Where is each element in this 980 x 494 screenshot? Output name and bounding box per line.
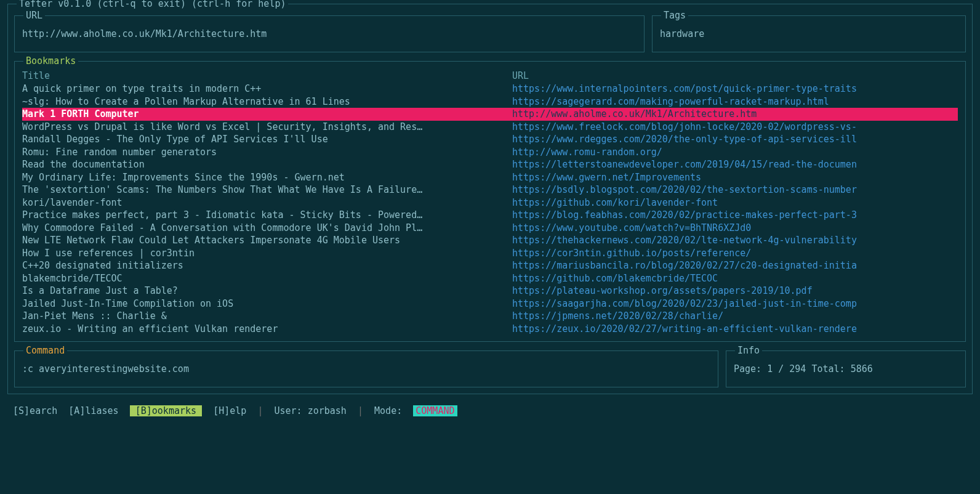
bookmark-row[interactable]: Read the documentationhttps://letterstoa… [22, 158, 958, 171]
bookmark-row[interactable]: blakemcbride/TECOChttps://github.com/bla… [22, 272, 958, 285]
bookmark-row[interactable]: The 'sextortion' Scams: The Numbers Show… [22, 184, 958, 196]
app-frame: Tefter v0.1.0 (ctrl-q to exit) (ctrl-h f… [7, 4, 973, 394]
header-url: URL [512, 70, 958, 81]
header-title: Title [22, 70, 512, 81]
bookmark-row[interactable]: How I use references | cor3ntinhttps://c… [22, 247, 958, 260]
bookmark-url: https://bsdly.blogspot.com/2020/02/the-s… [512, 184, 958, 196]
bookmark-row[interactable]: Why Commodore Failed - A Conversation wi… [22, 222, 958, 235]
tab-search[interactable]: [S]earch [13, 405, 57, 416]
bookmarks-label: Bookmarks [23, 55, 78, 67]
tags-value[interactable]: hardware [660, 28, 958, 39]
tags-panel: Tags hardware [652, 15, 966, 52]
bookmark-title: Read the documentation [22, 158, 512, 171]
bookmark-url: https://jpmens.net/2020/02/28/charlie/ [512, 310, 958, 323]
bookmark-title: kori/lavender-font [22, 196, 512, 209]
info-value: Page: 1 / 294 Total: 5866 [734, 363, 958, 375]
bookmark-row[interactable]: Randall Degges - The Only Type of API Se… [22, 133, 958, 146]
bookmark-title: Jan-Piet Mens :: Charlie & [22, 310, 512, 323]
bookmarks-rows: A quick primer on type traits in modern … [22, 83, 958, 335]
bookmark-title: Practice makes perfect, part 3 - Idiomat… [22, 209, 512, 222]
url-value[interactable]: http://www.aholme.co.uk/Mk1/Architecture… [22, 28, 637, 39]
bookmark-url: https://blog.feabhas.com/2020/02/practic… [512, 209, 958, 222]
url-panel: URL http://www.aholme.co.uk/Mk1/Architec… [14, 15, 645, 52]
bookmark-url: https://zeux.io/2020/02/27/writing-an-ef… [512, 323, 958, 336]
tab-help[interactable]: [H]elp [213, 405, 246, 416]
bookmark-title: New LTE Network Flaw Could Let Attackers… [22, 234, 512, 247]
bookmark-url: https://www.internalpointers.com/post/qu… [512, 83, 958, 95]
bookmark-title: C++20 designated initializers [22, 259, 512, 272]
separator: | [358, 405, 363, 416]
bookmark-row[interactable]: Romu: Fine random number generatorshttp:… [22, 146, 958, 159]
bookmark-url: https://plateau-workshop.org/assets/pape… [512, 285, 958, 298]
bookmark-title: Is a Dataframe Just a Table? [22, 285, 512, 298]
separator: | [257, 405, 263, 416]
mode-value: COMMAND [413, 405, 457, 416]
bookmark-url: https://cor3ntin.github.io/posts/referen… [512, 247, 958, 260]
bookmark-url: https://www.gwern.net/Improvements [512, 171, 958, 184]
mode-label: Mode: [374, 405, 402, 416]
bookmark-row[interactable]: C++20 designated initializershttps://mar… [22, 259, 958, 272]
bookmark-title: My Ordinary Life: Improvements Since the… [22, 171, 512, 184]
bookmark-title: Romu: Fine random number generators [22, 146, 512, 159]
bookmark-url: https://saagarjha.com/blog/2020/02/23/ja… [512, 298, 958, 310]
bookmark-title: Why Commodore Failed - A Conversation wi… [22, 222, 512, 235]
bookmark-row[interactable]: Is a Dataframe Just a Table?https://plat… [22, 285, 958, 298]
bookmark-title: How I use references | cor3ntin [22, 247, 512, 260]
url-label: URL [23, 10, 45, 21]
bookmark-title: blakemcbride/TECOC [22, 272, 512, 285]
bookmark-url: https://github.com/kori/lavender-font [512, 196, 958, 209]
bookmark-url: https://www.freelock.com/blog/john-locke… [512, 121, 958, 134]
bookmark-url: http://www.aholme.co.uk/Mk1/Architecture… [512, 108, 958, 121]
bookmark-title: Randall Degges - The Only Type of API Se… [22, 133, 512, 146]
bookmark-row[interactable]: New LTE Network Flaw Could Let Attackers… [22, 234, 958, 247]
bookmark-title: Mark 1 FORTH Computer [22, 108, 512, 121]
bookmark-url: https://thehackernews.com/2020/02/lte-ne… [512, 234, 958, 247]
bookmark-url: https://mariusbancila.ro/blog/2020/02/27… [512, 259, 958, 272]
bookmark-url: https://www.youtube.com/watch?v=BhTNR6XZ… [512, 222, 958, 235]
bookmark-title: zeux.io - Writing an efficient Vulkan re… [22, 323, 512, 336]
bookmark-url: http://www.romu-random.org/ [512, 146, 958, 159]
bookmark-row[interactable]: A quick primer on type traits in modern … [22, 83, 958, 95]
bookmarks-panel: Bookmarks Title URL A quick primer on ty… [14, 61, 966, 342]
tab-bookmarks[interactable]: [B]ookmarks [130, 405, 202, 416]
bookmark-row[interactable]: Practice makes perfect, part 3 - Idiomat… [22, 209, 958, 222]
bookmarks-header: Title URL [22, 70, 958, 81]
command-panel: Command :c averyinterestingwebsite.com [14, 350, 718, 387]
command-input[interactable]: :c averyinterestingwebsite.com [22, 363, 710, 375]
info-panel: Info Page: 1 / 294 Total: 5866 [726, 350, 966, 387]
bookmark-title: The 'sextortion' Scams: The Numbers Show… [22, 184, 512, 196]
bookmark-row[interactable]: zeux.io - Writing an efficient Vulkan re… [22, 323, 958, 336]
bookmark-title: ~slg: How to Create a Pollen Markup Alte… [22, 95, 512, 108]
bookmark-url: https://www.rdegges.com/2020/the-only-ty… [512, 133, 958, 146]
tab-aliases[interactable]: [A]liases [68, 405, 118, 416]
info-label: Info [735, 345, 762, 356]
top-row: URL http://www.aholme.co.uk/Mk1/Architec… [14, 15, 966, 52]
bookmark-url: https://sagegerard.com/making-powerful-r… [512, 95, 958, 108]
bottom-row: Command :c averyinterestingwebsite.com I… [14, 350, 966, 387]
command-label: Command [23, 345, 67, 356]
bookmark-title: WordPress vs Drupal is like Word vs Exce… [22, 121, 512, 134]
bookmark-row[interactable]: ~slg: How to Create a Pollen Markup Alte… [22, 95, 958, 108]
app-title: Tefter v0.1.0 (ctrl-q to exit) (ctrl-h f… [17, 0, 288, 9]
bookmark-row[interactable]: kori/lavender-fonthttps://github.com/kor… [22, 196, 958, 209]
bookmark-url: https://letterstoanewdeveloper.com/2019/… [512, 158, 958, 171]
bookmark-row[interactable]: WordPress vs Drupal is like Word vs Exce… [22, 121, 958, 134]
user-label: User: zorbash [275, 405, 347, 416]
bookmark-row[interactable]: Mark 1 FORTH Computerhttp://www.aholme.c… [22, 108, 958, 121]
bookmark-url: https://github.com/blakemcbride/TECOC [512, 272, 958, 285]
bookmark-row[interactable]: Jan-Piet Mens :: Charlie &https://jpmens… [22, 310, 958, 323]
bookmark-row[interactable]: My Ordinary Life: Improvements Since the… [22, 171, 958, 184]
bookmark-row[interactable]: Jailed Just-In-Time Compilation on iOSht… [22, 298, 958, 310]
bookmark-title: Jailed Just-In-Time Compilation on iOS [22, 298, 512, 310]
bookmark-title: A quick primer on type traits in modern … [22, 83, 512, 95]
statusbar: [S]earch [A]liases [B]ookmarks [H]elp | … [7, 405, 973, 416]
tags-label: Tags [661, 10, 688, 21]
